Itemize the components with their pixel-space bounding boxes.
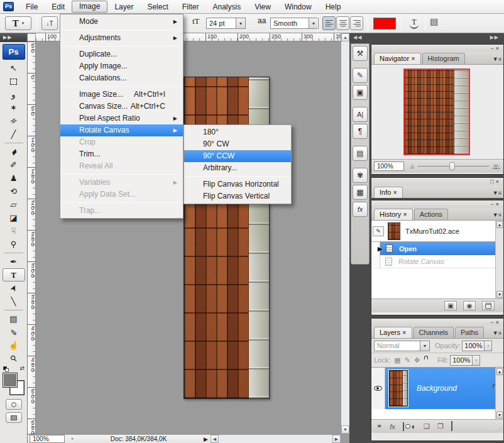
font-size-combo[interactable]: 24 pt ▼ — [206, 18, 246, 29]
menu-item-flip-vertical[interactable]: Flip Canvas Vertical — [184, 190, 291, 202]
tab-layers[interactable]: Layers × — [374, 327, 412, 338]
minimize-icon[interactable]: − — [490, 45, 495, 52]
warp-text-button[interactable]: T — [406, 16, 422, 30]
tab-navigator[interactable]: Navigator × — [374, 53, 421, 64]
scrollbar-vertical[interactable]: ▲ ▼ — [341, 33, 349, 434]
align-left-button[interactable] — [322, 16, 336, 30]
paint-bucket-tool[interactable]: ◪ — [3, 211, 25, 224]
slider-thumb[interactable] — [449, 162, 455, 170]
panel-menu-icon[interactable]: ▼≡ — [493, 190, 501, 196]
hand-tool[interactable]: ☝ — [3, 339, 25, 352]
adjustment-layer-icon[interactable]: ◐ — [412, 422, 416, 431]
layer-comps-panel-icon[interactable]: ▤ — [353, 146, 368, 161]
panel-menu-icon[interactable]: ▼≡ — [493, 212, 501, 218]
history-step-rotate-canvas[interactable]: Rotate Canvas — [371, 255, 503, 268]
close-icon[interactable]: × — [496, 201, 501, 207]
zoom-in-icon[interactable]: △△ — [493, 163, 497, 170]
zoom-out-icon[interactable]: △ — [410, 163, 414, 169]
pen-tool[interactable]: ✒ — [3, 255, 25, 268]
tool-preset-button[interactable]: T ▾ — [5, 16, 31, 30]
foreground-color-swatch[interactable] — [3, 373, 18, 388]
line-tool[interactable]: ╲ — [3, 295, 25, 308]
scroll-down-icon[interactable]: ▼ — [341, 425, 349, 434]
opacity-flyout-icon[interactable]: › — [485, 341, 492, 351]
swatches-panel-icon[interactable]: ▦ — [353, 185, 368, 200]
new-group-icon[interactable]: ❏ — [424, 422, 430, 430]
zoom-tool[interactable]: ⚲ — [3, 352, 25, 365]
new-document-from-state-button[interactable]: ▣ — [444, 301, 457, 310]
lock-transparency-icon[interactable]: ▦ — [394, 356, 400, 364]
menu-item-flip-horizontal[interactable]: Flip Canvas Horizontal — [184, 178, 291, 190]
menu-item-adjustments[interactable]: Adjustments▶ — [60, 32, 183, 44]
anti-alias-value[interactable]: Smooth — [270, 18, 309, 29]
blend-mode-combo[interactable]: Normal ▼ — [374, 341, 430, 351]
paragraph-panel-icon[interactable]: ¶ — [353, 124, 368, 139]
history-snapshot-row[interactable]: ✎ TxMuroTut02.ace — [371, 221, 503, 242]
crop-tool[interactable]: # — [3, 114, 25, 128]
menu-item-mode[interactable]: Mode▶ — [60, 16, 183, 28]
menu-edit[interactable]: Edit — [45, 1, 72, 13]
clone-stamp-tool[interactable]: ♟ — [3, 172, 25, 185]
menu-analysis[interactable]: Analysis — [205, 1, 248, 13]
clone-source-panel-icon[interactable]: ▣ — [353, 85, 368, 100]
navigator-zoom-field[interactable]: 100% — [374, 161, 404, 171]
tab-histogram[interactable]: Histogram — [422, 53, 465, 64]
menu-item-crop[interactable]: Crop — [60, 136, 183, 148]
scroll-up-icon[interactable]: ▲ — [496, 221, 503, 228]
history-brush-source-icon[interactable]: ✎ — [373, 226, 384, 236]
scroll-right-icon[interactable]: ▶ — [332, 435, 341, 443]
tab-actions[interactable]: Actions — [414, 209, 448, 220]
spot-healing-brush-tool[interactable]: ▰ — [3, 145, 25, 158]
menu-image[interactable]: Image — [72, 1, 107, 13]
delete-layer-button[interactable] — [451, 423, 452, 430]
history-scrollbar[interactable]: ▲ ▼ — [495, 221, 503, 298]
history-brush-tool[interactable]: ⟲ — [3, 185, 25, 198]
fill-flyout-icon[interactable]: › — [473, 355, 480, 366]
lock-pixels-icon[interactable]: ✎ — [405, 356, 410, 364]
font-size-dropdown-icon[interactable]: ▼ — [236, 18, 246, 29]
menu-window[interactable]: Window — [278, 1, 319, 13]
opacity-field[interactable]: 100% — [462, 341, 485, 351]
eraser-tool[interactable]: ▱ — [3, 198, 25, 211]
navigator-proxy-view[interactable] — [403, 68, 470, 155]
lasso-tool[interactable]: و — [3, 88, 25, 101]
panel-menu-icon[interactable]: ▼≡ — [493, 56, 501, 62]
scroll-left-icon[interactable]: ◀ — [211, 435, 219, 443]
fill-field[interactable]: 100% — [450, 355, 473, 366]
menu-layer[interactable]: Layer — [107, 1, 140, 13]
menu-item-reveal-all[interactable]: Reveal All — [60, 160, 183, 172]
zoom-level-field[interactable]: 100% — [30, 435, 65, 443]
close-icon[interactable]: × — [496, 178, 501, 185]
link-layers-icon[interactable]: ⚭ — [376, 422, 382, 430]
notes-tool[interactable]: ▤ — [3, 312, 25, 325]
menu-item-180[interactable]: 180° — [184, 126, 291, 138]
panel-menu-icon[interactable]: ▼≡ — [493, 330, 501, 336]
screen-mode-button[interactable] — [6, 412, 22, 423]
layer-name[interactable]: Background — [417, 384, 457, 393]
history-step-open[interactable]: ▶ Open — [371, 242, 503, 255]
eyedropper-tool[interactable]: ✎ — [3, 325, 25, 339]
move-tool[interactable]: ↖ — [3, 62, 25, 75]
menu-item-90-ccw[interactable]: 90° CCW — [184, 150, 291, 162]
minimize-icon[interactable]: − — [490, 201, 495, 207]
navigator-zoom-slider[interactable] — [418, 166, 488, 167]
text-color-swatch[interactable] — [373, 18, 396, 30]
menu-view[interactable]: View — [248, 1, 278, 13]
menu-item-rotate-canvas[interactable]: Rotate Canvas▶ — [60, 124, 183, 136]
ruler-origin[interactable] — [28, 33, 36, 41]
lock-position-icon[interactable]: ✥ — [414, 356, 420, 364]
layer-row-background[interactable]: Background — [371, 368, 503, 409]
slice-tool[interactable]: ╱ — [3, 128, 25, 141]
blend-mode-value[interactable]: Normal — [374, 341, 420, 351]
resize-grip-icon[interactable]: ⋰ — [497, 166, 502, 172]
character-panel-icon[interactable]: A| — [353, 107, 368, 122]
menu-item-calculations[interactable]: Calculations... — [60, 72, 183, 84]
tab-channels[interactable]: Channels — [414, 327, 454, 338]
dock-collapse-left-icon[interactable]: ◀◀ — [353, 35, 362, 42]
quick-mask-button[interactable] — [6, 399, 22, 410]
rectangular-marquee-tool[interactable] — [3, 75, 25, 88]
align-right-button[interactable] — [350, 16, 363, 30]
delete-state-button[interactable] — [482, 301, 495, 310]
minimize-icon[interactable]: − — [490, 319, 495, 325]
menu-item-90-cw[interactable]: 90° CW — [184, 138, 291, 150]
